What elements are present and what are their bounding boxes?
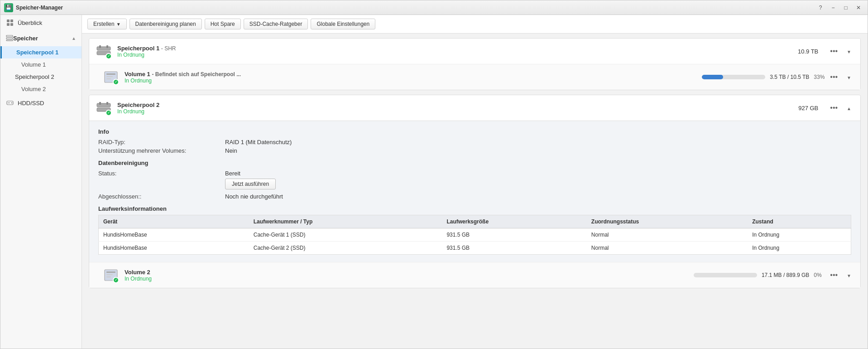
vol1-chevron-down-icon [847, 73, 851, 81]
svg-rect-1 [10, 19, 13, 22]
pool1-more-button[interactable]: ••• [827, 46, 840, 56]
sidebar-item-pool2[interactable]: Speicherpool 2 [0, 71, 82, 83]
pool1-status-text: In Ordnung [117, 52, 798, 58]
pool2-expand-button[interactable] [844, 103, 854, 112]
drive-size: 931.5 GB [442, 242, 586, 255]
ssdcache-button[interactable]: SSD-Cache-Ratgeber [244, 19, 308, 29]
pool2-size: 927 GB [798, 105, 818, 111]
vol1-progress-text: 3.5 TB / 10.5 TB [770, 74, 809, 80]
drive-condition: In Ordnung [748, 242, 851, 255]
drive-device: HundisHomeBase [99, 228, 249, 242]
hotspare-label: Hot Spare [211, 21, 235, 27]
vol2-status-text: In Ordnung [125, 276, 694, 282]
title-bar-controls: ? − □ ✕ [815, 3, 864, 13]
pool2-info-title: Info [98, 128, 851, 135]
pool2-status-dot [106, 110, 112, 116]
pool2-icon [96, 100, 112, 116]
pool2-raid-type-label: RAID-Typ: [98, 139, 225, 145]
sidebar-storage-group[interactable]: Speicher ▲ [0, 30, 82, 46]
volume2-row[interactable]: Volume 2 In Ordnung 17.1 MB / 889.9 GB 0… [89, 262, 860, 288]
vol2-status-dot [113, 277, 119, 283]
vol2-progress-wrap: 17.1 MB / 889.9 GB 0% [694, 272, 827, 278]
erstellen-dropdown-icon: ▼ [116, 22, 121, 27]
volume1-row[interactable]: Volume 1 - Befindet sich auf Speicherpoo… [89, 64, 860, 90]
sidebar-hdd-label: HDD/SSD [18, 100, 44, 107]
pool2-multivolume-label: Unterstützung mehrerer Volumes: [98, 147, 225, 154]
erstellen-label: Erstellen [93, 21, 115, 27]
drive-type: Cache-Gerät 2 (SSD) [249, 242, 442, 255]
vol1-progress-fill [702, 75, 723, 79]
title-bar: 💾 Speicher-Manager ? − □ ✕ [0, 0, 868, 15]
pool1-card: Speicherpool 1 - SHR In Ordnung 10.9 TB … [89, 38, 861, 90]
erstellen-button[interactable]: Erstellen ▼ [87, 19, 127, 29]
app-title: Speicher-Manager [16, 5, 815, 11]
svg-rect-15 [106, 73, 115, 75]
run-now-button[interactable]: Jetzt ausführen [225, 179, 276, 189]
storage-icon [6, 34, 13, 43]
pool2-cleaning-status-label: Status: [98, 170, 225, 189]
vol1-more-button[interactable]: ••• [827, 72, 840, 82]
sidebar-overview-label: Überblick [18, 19, 42, 26]
drive-table-title: Laufwerksinformationen [98, 205, 851, 212]
minimize-button[interactable]: − [828, 3, 839, 13]
overview-icon [6, 19, 14, 27]
pool2-more-button[interactable]: ••• [827, 103, 840, 113]
sidebar-item-overview[interactable]: Überblick [0, 15, 82, 30]
svg-rect-3 [10, 23, 13, 26]
svg-rect-24 [106, 274, 113, 275]
sidebar-item-vol2[interactable]: Volume 2 [0, 83, 82, 95]
vol2-progress-text: 17.1 MB / 889.9 GB [762, 272, 809, 278]
pool1-actions: ••• [827, 46, 854, 56]
vol2-expand-button[interactable] [844, 271, 854, 280]
sidebar-item-vol1[interactable]: Volume 1 [0, 58, 82, 71]
sidebar-storage-label: Speicher [13, 35, 38, 42]
pool2-multivolume-row: Unterstützung mehrerer Volumes: Nein [98, 147, 851, 154]
vol2-progress-bar [694, 273, 757, 277]
svg-rect-4 [6, 35, 13, 37]
close-button[interactable]: ✕ [853, 3, 864, 13]
vol1-desc: - Befindet sich auf Speicherpool ... [152, 71, 241, 78]
sidebar-item-hdd-ssd[interactable]: HDD/SSD [0, 95, 82, 111]
pool2-header[interactable]: Speicherpool 2 In Ordnung 927 GB ••• [89, 95, 860, 121]
pool1-status-dot [106, 53, 112, 59]
drive-type: Cache-Gerät 1 (SSD) [249, 228, 442, 242]
help-button[interactable]: ? [815, 3, 826, 13]
pool1-header[interactable]: Speicherpool 1 - SHR In Ordnung 10.9 TB … [89, 39, 860, 64]
main-content: Erstellen ▼ Datenbereinigung planen Hot … [82, 15, 868, 349]
app-body: Überblick Speicher ▲ Speicherpool 1 Volu… [0, 15, 868, 349]
col-type: Laufwerknummer / Typ [249, 215, 442, 228]
vol1-icon [103, 69, 119, 85]
pool1-icon [96, 43, 112, 59]
sidebar-item-pool1[interactable]: Speicherpool 1 [0, 46, 82, 58]
ssdcache-label: SSD-Cache-Ratgeber [249, 21, 302, 27]
pool2-cleaning-status-row: Status: Bereit Jetzt ausführen [98, 170, 851, 189]
vol2-more-button[interactable]: ••• [827, 270, 840, 280]
vol2-chevron-down-icon [847, 271, 851, 279]
svg-rect-5 [6, 38, 13, 39]
storage-chevron-icon: ▲ [72, 36, 76, 41]
pool1-expand-button[interactable] [844, 47, 854, 56]
svg-rect-23 [106, 271, 115, 273]
pool2-completed-row: Abgeschlossen:: Noch nie durchgeführt [98, 193, 851, 200]
app-window: 💾 Speicher-Manager ? − □ ✕ Überblick [0, 0, 868, 349]
vol2-info: Volume 2 In Ordnung [125, 269, 694, 282]
drive-table: Gerät Laufwerknummer / Typ Laufwerksgröß… [98, 215, 851, 255]
maximize-button[interactable]: □ [840, 3, 851, 13]
pool1-name: Speicherpool 1 - SHR [117, 45, 798, 52]
drive-table-container: Laufwerksinformationen Gerät Laufwerknum… [98, 205, 851, 255]
pool1-size: 10.9 TB [798, 48, 818, 55]
pool2-detail-panel: Info RAID-Typ: RAID 1 (Mit Datenschutz) … [89, 121, 860, 262]
pool2-raid-type-value: RAID 1 (Mit Datenschutz) [225, 139, 292, 145]
vol1-expand-button[interactable] [844, 73, 854, 82]
svg-rect-16 [106, 76, 113, 77]
sidebar-pool1-label: Speicherpool 1 [16, 49, 58, 56]
pool2-actions: ••• [827, 103, 854, 113]
scroll-area[interactable]: Speicherpool 1 - SHR In Ordnung 10.9 TB … [82, 34, 868, 349]
hotspare-button[interactable]: Hot Spare [205, 19, 241, 29]
sidebar-vol2-label: Volume 2 [21, 86, 46, 92]
datenbereinigung-button[interactable]: Datenbereinigung planen [129, 19, 202, 29]
drive-table-header-row: Gerät Laufwerknummer / Typ Laufwerksgröß… [99, 215, 851, 228]
vol1-name: Volume 1 - Befindet sich auf Speicherpoo… [125, 71, 702, 78]
drive-device: HundisHomeBase [99, 242, 249, 255]
globaleinstellungen-button[interactable]: Globale Einstellungen [311, 19, 375, 29]
